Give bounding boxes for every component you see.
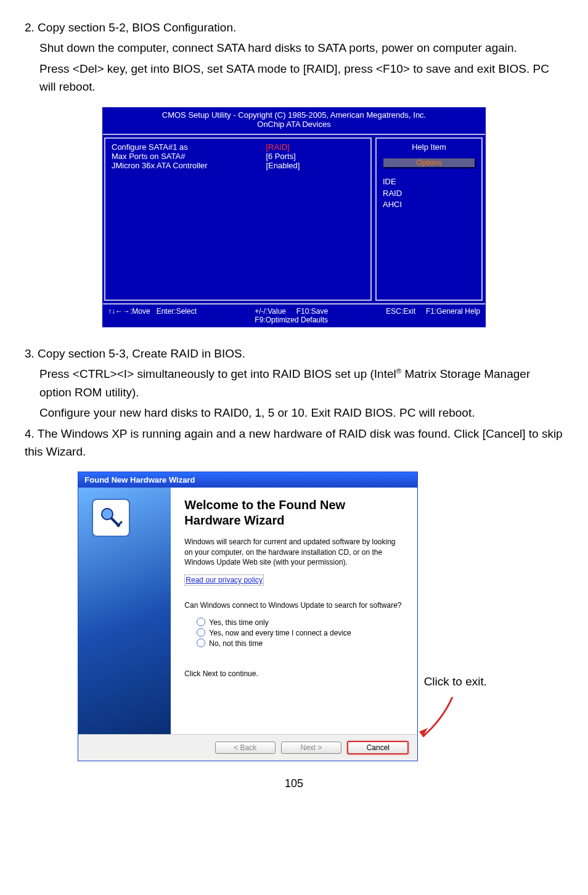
hardware-icon [92, 499, 130, 537]
bios-help-title: Help Item [383, 142, 475, 152]
radio-yes-once[interactable]: Yes, this time only [197, 618, 404, 627]
bios-mode-raid: RAID [383, 188, 475, 200]
bios-title-2: OnChip ATA Devices [103, 120, 485, 129]
bios-footer-left: ↑↓←→:Move Enter:Select [108, 307, 197, 324]
wizard-paragraph-1: Windows will search for current and upda… [184, 537, 404, 567]
step3-line1: 3. Copy section 5-3, Create RAID in BIOS… [25, 345, 563, 362]
step3-line2: Press <CTRL><I> simultaneously to get in… [39, 365, 563, 401]
wizard-question: Can Windows connect to Windows Update to… [184, 600, 404, 610]
bios-footer-mid-top: +/-/:Value F10:Save [255, 307, 328, 316]
step2-line1: 2. Copy section 5-2, BIOS Configuration. [25, 18, 563, 36]
bios-screenshot: CMOS Setup Utility - Copyright (C) 1985-… [25, 107, 563, 327]
bios-label-1: Configure SATA#1 as [112, 142, 247, 152]
bios-mode-ahci: AHCI [383, 199, 475, 211]
bios-options-box: Options [383, 158, 475, 168]
bios-label-2: Max Ports on SATA# [112, 152, 247, 161]
callout-text: Click to exit. [424, 675, 510, 689]
back-button[interactable]: < Back [215, 742, 276, 754]
wizard-titlebar: Found New Hardware Wizard [78, 472, 417, 488]
bios-label-3: JMicron 36x ATA Controller [112, 161, 247, 170]
radio-yes-always[interactable]: Yes, now and every time I connect a devi… [197, 628, 404, 637]
hardware-wizard-dialog: Found New Hardware Wizard Welcome to the… [78, 472, 418, 761]
callout-container: Click to exit. [424, 472, 510, 689]
page-number: 105 [25, 777, 563, 790]
next-button[interactable]: Next > [281, 742, 341, 754]
step4-line1: 4. The Windows XP is running again and a… [25, 425, 563, 461]
radio-no[interactable]: No, not this time [197, 639, 404, 648]
arrow-icon [418, 696, 456, 745]
bios-value-ports: [6 Ports] [266, 152, 364, 161]
cancel-button[interactable]: Cancel [347, 741, 409, 754]
step3-line3: Configure your new hard disks to RAID0, … [39, 404, 563, 422]
bios-title-1: CMOS Setup Utility - Copyright (C) 1985-… [103, 110, 485, 120]
wizard-continue-text: Click Next to continue. [184, 669, 404, 679]
privacy-policy-link[interactable]: Read our privacy policy [184, 574, 264, 586]
bios-mode-ide: IDE [383, 176, 475, 188]
bios-footer-mid-bot: F9:Optimized Defaults [255, 316, 328, 324]
wizard-side-panel [78, 488, 171, 734]
bios-footer-right: ESC:Exit F1:General Help [386, 307, 480, 324]
step2-line2: Shut down the computer, connect SATA har… [39, 39, 563, 57]
bios-value-raid: [RAID] [266, 142, 364, 152]
step2-line3: Press <Del> key, get into BIOS, set SATA… [39, 60, 563, 96]
wizard-heading: Welcome to the Found New Hardware Wizard [184, 497, 404, 528]
bios-value-enabled: [Enabled] [266, 161, 364, 170]
